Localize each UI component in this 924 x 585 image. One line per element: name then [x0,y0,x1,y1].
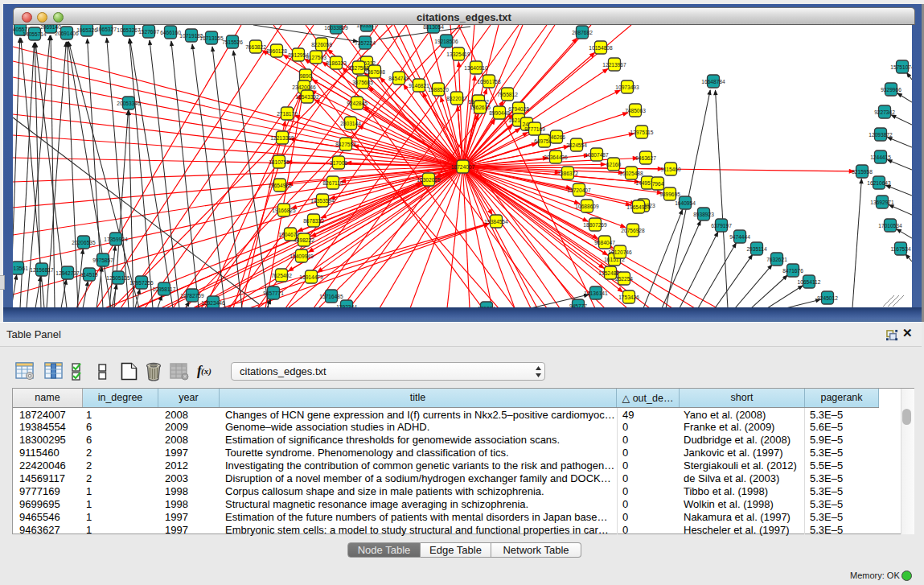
svg-text:2367608: 2367608 [364,69,385,75]
svg-text:9245012: 9245012 [817,295,838,301]
svg-text:9684047: 9684047 [594,240,615,245]
svg-text:8454749: 8454749 [388,76,409,81]
svg-text:1065326: 1065326 [76,27,97,33]
svg-text:19166825: 19166825 [272,208,296,213]
svg-text:9777169: 9777169 [524,126,545,132]
svg-text:16210643: 16210643 [867,180,891,186]
svg-text:1167534: 1167534 [890,246,911,252]
svg-text:9463627: 9463627 [635,155,656,161]
svg-text:15302025: 15302025 [417,177,441,183]
svg-text:15751074: 15751074 [890,64,912,70]
svg-text:7632621: 7632621 [766,257,787,262]
svg-text:14136141: 14136141 [584,290,608,296]
svg-text:6379197: 6379197 [711,223,732,229]
svg-text:17957255: 17957255 [129,280,154,286]
svg-text:16782759: 16782759 [180,293,204,299]
svg-text:10120746: 10120746 [608,249,632,255]
svg-text:9975857: 9975857 [92,257,113,263]
svg-text:13692971: 13692971 [870,200,894,205]
svg-text:9146821: 9146821 [409,83,429,89]
svg-text:1903317: 1903317 [356,25,377,28]
svg-text:252254: 252254 [615,276,633,282]
svg-text:9890: 9890 [300,73,312,79]
svg-text:114519: 114519 [80,272,98,278]
svg-text:2935114: 2935114 [746,246,767,252]
svg-text:15716485: 15716485 [319,294,343,299]
svg-text:8427552: 8427552 [335,142,356,147]
svg-text:12505135: 12505135 [106,275,130,281]
svg-text:9899695: 9899695 [659,192,680,197]
svg-text:2087682: 2087682 [572,30,593,35]
svg-text:7663822: 7663822 [245,44,266,50]
svg-text:12213967: 12213967 [602,62,626,68]
svg-text:10973493: 10973493 [615,84,639,90]
svg-text:23420046: 23420046 [292,84,316,90]
svg-text:1753426: 1753426 [618,295,639,300]
svg-text:16648784: 16648784 [701,79,725,84]
svg-text:10025488: 10025488 [619,171,643,176]
svg-text:10154808: 10154808 [589,45,613,51]
svg-text:1362615: 1362615 [470,105,491,110]
svg-text:1527607: 1527607 [138,29,159,35]
svg-text:1640954: 1640954 [675,200,696,206]
svg-text:10653267: 10653267 [117,27,141,33]
svg-text:9127503: 9127503 [306,55,326,60]
svg-text:12975115: 12975115 [630,130,654,135]
svg-text:20206535: 20206535 [72,240,96,245]
svg-text:20364436: 20364436 [544,154,568,160]
svg-text:8186323: 8186323 [326,60,347,66]
svg-text:10807487: 10807487 [585,152,609,158]
svg-text:62160: 62160 [606,162,622,167]
svg-text:1810755: 1810755 [269,159,290,165]
svg-text:6794028: 6794028 [508,106,529,112]
svg-text:(x): (x) [201,366,211,377]
svg-text:8960128: 8960128 [266,48,287,54]
svg-text:2803144: 2803144 [340,121,361,126]
svg-text:9457771: 9457771 [263,290,284,296]
svg-text:8813054: 8813054 [423,25,444,30]
svg-text:10654112: 10654112 [798,279,821,285]
svg-text:16543392: 16543392 [295,94,319,100]
svg-text:16914479: 16914479 [299,274,323,280]
svg-text:16713155: 16713155 [199,35,224,41]
svg-text:13640910: 13640910 [464,65,488,71]
svg-text:10958117: 10958117 [153,286,176,292]
svg-text:8990448: 8990448 [489,110,510,116]
svg-text:317006: 317006 [330,160,347,166]
svg-text:8215958: 8215958 [852,169,873,175]
svg-text:7515526: 7515526 [222,39,243,45]
svg-text:3875685: 3875685 [352,80,373,85]
svg-text:19654923: 19654923 [626,204,651,210]
svg-text:17359924: 17359924 [104,237,128,242]
svg-text:16961758: 16961758 [477,79,501,84]
svg-text:19384554: 19384554 [484,219,508,225]
svg-text:8471676: 8471676 [782,268,803,274]
svg-text:7386372: 7386372 [557,171,578,176]
svg-text:7955812: 7955812 [497,92,518,97]
svg-text:20053346: 20053346 [117,101,141,106]
svg-text:1065327: 1065327 [96,27,117,32]
svg-text:10688609: 10688609 [575,204,599,209]
svg-text:9242845: 9242845 [347,101,368,106]
svg-text:9913561: 9913561 [13,266,28,271]
svg-text:9474444: 9474444 [729,234,750,240]
svg-text:14055714: 14055714 [23,31,47,37]
svg-text:7357224: 7357224 [355,40,376,46]
svg-text:12942737: 12942737 [55,270,80,276]
svg-text:9115460: 9115460 [660,167,681,172]
svg-text:8267110: 8267110 [322,180,343,186]
svg-text:7964: 7964 [652,181,664,187]
svg-text:15409949: 15409949 [290,253,314,259]
svg-text:20756928: 20756928 [621,228,645,233]
svg-text:1244415: 1244415 [870,154,891,160]
svg-text:9329966: 9329966 [881,87,901,93]
svg-text:1588520: 1588520 [428,87,449,93]
svg-text:9227342: 9227342 [874,109,895,115]
svg-text:2069140: 2069140 [40,25,61,30]
svg-text:18807269: 18807269 [583,222,607,228]
svg-text:746266: 746266 [548,134,565,140]
svg-text:7485063: 7485063 [625,108,646,113]
svg-text:19218506: 19218506 [434,39,458,44]
svg-text:14353594: 14353594 [310,198,335,204]
svg-text:20691406: 20691406 [55,31,79,36]
